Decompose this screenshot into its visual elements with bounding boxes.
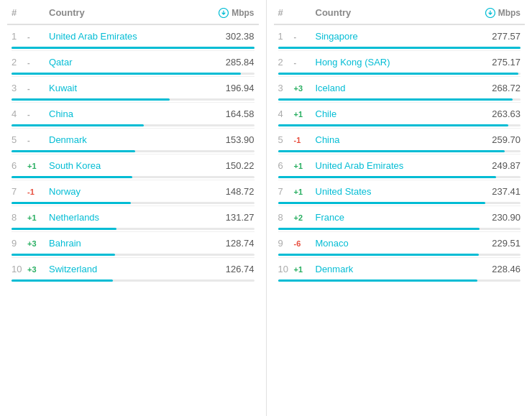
progress-bar-fill <box>12 73 241 75</box>
row-country[interactable]: China <box>49 108 217 119</box>
row-change: +1 <box>294 110 316 119</box>
row-country[interactable]: Norway <box>49 186 217 197</box>
table-row: 3 +3 Iceland 268.72 <box>274 77 526 103</box>
table-row: 8 +1 Netherlands 131.27 <box>7 206 259 232</box>
row-mbps: 249.87 <box>483 160 520 171</box>
table-row: 5 - Denmark 153.90 <box>7 129 259 154</box>
table-row: 1 - Singapore 277.57 <box>274 25 526 51</box>
row-mbps: 237.41 <box>483 186 520 197</box>
progress-bar-bg <box>278 150 521 152</box>
main-container: # Country Mbps 1 - United Arab Emirates … <box>0 0 532 416</box>
table-row: 4 +1 Chile 263.63 <box>274 103 526 129</box>
progress-bar-bg <box>278 98 521 101</box>
progress-bar-fill <box>278 176 497 178</box>
row-rank: 4 <box>12 108 27 119</box>
row-country[interactable]: Denmark <box>316 264 484 274</box>
progress-bar-bg <box>12 124 254 126</box>
row-content: 8 +2 France 230.90 <box>278 212 521 228</box>
download-icon <box>219 8 229 18</box>
row-country[interactable]: Kuwait <box>49 83 217 93</box>
row-country[interactable]: United Arab Emirates <box>316 160 484 171</box>
row-rank: 3 <box>12 83 27 93</box>
table-row: 6 +1 United Arab Emirates 249.87 <box>274 154 526 180</box>
panel-right: # Country Mbps 1 - Singapore 277.57 2 - … <box>267 0 533 416</box>
row-content: 8 +1 Netherlands 131.27 <box>12 212 254 228</box>
download-icon <box>485 8 495 18</box>
row-country[interactable]: Bahrain <box>49 238 217 249</box>
row-rank: 2 <box>12 57 27 68</box>
row-change: - <box>27 84 49 93</box>
row-country[interactable]: Netherlands <box>49 212 217 223</box>
row-change: - <box>27 110 49 119</box>
progress-bar-bg <box>278 228 521 230</box>
row-country[interactable]: Chile <box>316 108 484 119</box>
row-country[interactable]: United Arab Emirates <box>49 31 217 42</box>
row-content: 6 +1 South Korea 150.22 <box>12 160 254 176</box>
row-mbps: 302.38 <box>217 31 254 42</box>
col-mbps-header: Mbps <box>219 8 254 18</box>
row-mbps: 126.74 <box>217 264 254 274</box>
row-mbps: 148.72 <box>217 186 254 197</box>
row-content: 1 - United Arab Emirates 302.38 <box>12 31 254 47</box>
row-rank: 4 <box>278 108 294 119</box>
progress-bar-fill <box>278 124 509 126</box>
row-change: - <box>294 32 316 41</box>
row-country[interactable]: Denmark <box>49 134 217 145</box>
row-rank: 5 <box>12 134 27 145</box>
progress-bar-bg <box>278 47 521 49</box>
row-mbps: 263.63 <box>483 108 520 119</box>
row-rank: 5 <box>278 134 294 145</box>
row-country[interactable]: Monaco <box>316 238 484 249</box>
row-country[interactable]: United States <box>316 186 484 197</box>
row-change: - <box>27 58 49 67</box>
table-row: 1 - United Arab Emirates 302.38 <box>7 25 259 51</box>
progress-bar-fill <box>12 202 131 204</box>
row-rank: 3 <box>278 83 294 93</box>
panel-left: # Country Mbps 1 - United Arab Emirates … <box>0 0 267 416</box>
row-content: 1 - Singapore 277.57 <box>278 31 521 47</box>
row-change: +3 <box>27 265 49 274</box>
progress-bar-bg <box>12 202 254 204</box>
col-rank-header: # <box>278 7 294 18</box>
progress-bar-fill <box>12 47 254 49</box>
progress-bar-fill <box>278 254 479 256</box>
row-mbps: 128.74 <box>217 238 254 249</box>
row-content: 10 +1 Denmark 228.46 <box>278 264 521 279</box>
row-mbps: 277.57 <box>483 31 520 42</box>
row-country[interactable]: Hong Kong (SAR) <box>316 57 484 68</box>
table-row: 2 - Qatar 285.84 <box>7 51 259 77</box>
table-row: 9 -6 Monaco 229.51 <box>274 232 526 258</box>
row-mbps: 196.94 <box>217 83 254 93</box>
row-country[interactable]: Iceland <box>316 83 484 93</box>
row-country[interactable]: Switzerland <box>49 264 217 274</box>
row-change: -6 <box>294 239 316 248</box>
table-row: 3 - Kuwait 196.94 <box>7 77 259 103</box>
row-country[interactable]: Singapore <box>316 31 484 42</box>
table-row: 9 +3 Bahrain 128.74 <box>7 232 259 258</box>
row-content: 6 +1 United Arab Emirates 249.87 <box>278 160 521 176</box>
progress-bar-fill <box>12 279 113 282</box>
row-country[interactable]: Qatar <box>49 57 217 68</box>
col-rank-header: # <box>12 7 27 18</box>
progress-bar-bg <box>278 73 521 75</box>
progress-bar-fill <box>278 279 478 282</box>
progress-bar-bg <box>278 124 521 126</box>
table-row: 6 +1 South Korea 150.22 <box>7 154 259 180</box>
progress-bar-fill <box>278 73 518 75</box>
progress-bar-fill <box>278 98 513 101</box>
row-mbps: 285.84 <box>217 57 254 68</box>
row-content: 2 - Hong Kong (SAR) 275.17 <box>278 57 521 73</box>
row-country[interactable]: France <box>316 212 484 223</box>
row-mbps: 259.70 <box>483 134 520 145</box>
progress-bar-fill <box>278 150 505 152</box>
row-country[interactable]: South Korea <box>49 160 217 171</box>
row-country[interactable]: China <box>316 134 484 145</box>
row-rank: 2 <box>278 57 294 68</box>
progress-bar-bg <box>12 150 254 152</box>
row-rank: 6 <box>278 160 294 171</box>
table-row: 7 -1 Norway 148.72 <box>7 180 259 206</box>
table-header: # Country Mbps <box>7 0 259 25</box>
progress-bar-fill <box>12 176 132 178</box>
row-content: 7 +1 United States 237.41 <box>278 186 521 202</box>
table-header: # Country Mbps <box>274 0 526 25</box>
